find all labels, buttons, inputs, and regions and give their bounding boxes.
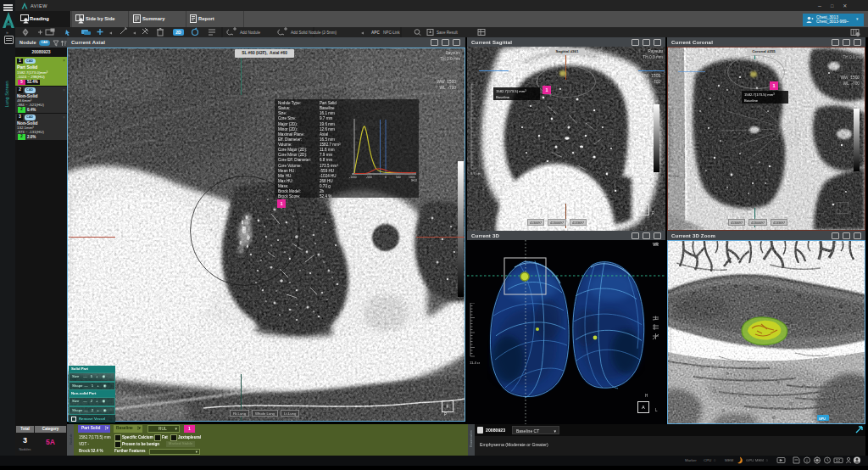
svg-text:11.4 cm: 11.4 cm <box>470 361 480 365</box>
svg-text:VR: VR <box>858 244 863 249</box>
svg-text:3.2 cm: 3.2 cm <box>70 297 81 301</box>
svg-text:Save Result: Save Result <box>437 31 458 35</box>
svg-text:2D: 2D <box>175 30 181 35</box>
svg-text:9.5 cm: 9.5 cm <box>470 171 481 176</box>
svg-text:-1000: -1000 <box>349 176 357 179</box>
svg-text:-500: -500 <box>366 176 372 179</box>
svg-text:Add Nodule: Add Nodule <box>240 31 260 35</box>
svg-text:[HU]: [HU] <box>411 179 417 182</box>
svg-text:Add Solid Nodule (2-5mm): Add Solid Nodule (2-5mm) <box>291 31 337 35</box>
svg-text:500: 500 <box>396 176 401 179</box>
svg-text:GPU: GPU <box>819 417 826 421</box>
svg-text:9.0 cm: 9.0 cm <box>669 174 679 178</box>
svg-text:APC: APC <box>371 31 380 35</box>
svg-text:NPC-Link: NPC-Link <box>383 31 400 35</box>
svg-text:0: 0 <box>385 176 387 179</box>
